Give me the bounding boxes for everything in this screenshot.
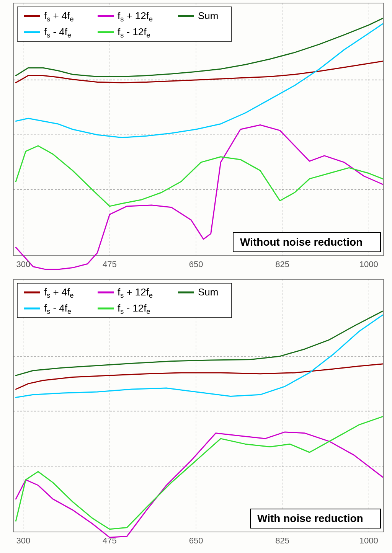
- annotation-text: With noise reduction: [257, 512, 363, 524]
- series-Sum: [16, 311, 382, 375]
- legend-item-2: Sum: [198, 10, 218, 21]
- x-tick-825: 825: [275, 259, 289, 269]
- x-tick-1000: 1000: [359, 536, 378, 545]
- x-tick-475: 475: [103, 259, 117, 269]
- x-tick-650: 650: [189, 259, 203, 269]
- x-tick-475: 475: [103, 536, 117, 545]
- chart-1: 40,000080,00003004756508251000Speed (rpm…: [0, 0, 384, 545]
- x-tick-300: 300: [16, 536, 30, 545]
- legend-item-2: Sum: [198, 286, 218, 298]
- series-f_s - 12f_e: [16, 146, 382, 206]
- chart-0: 40,000080,00003004756508251000Speed (rpm…: [0, 0, 384, 269]
- charts-container: 40,000080,00003004756508251000Speed (rpm…: [0, 0, 392, 553]
- x-tick-1000: 1000: [359, 259, 378, 269]
- x-tick-650: 650: [189, 536, 203, 545]
- annotation-text: Without noise reduction: [240, 236, 363, 248]
- x-tick-300: 300: [16, 259, 30, 269]
- chart-svg: 40,000080,00003004756508251000Speed (rpm…: [0, 0, 392, 553]
- legend: fs + 4fefs + 12feSumfs - 4fefs - 12fe: [17, 283, 232, 318]
- x-tick-825: 825: [275, 536, 289, 545]
- legend: fs + 4fefs + 12feSumfs - 4fefs - 12fe: [17, 7, 232, 41]
- series-f_s + 4f_e: [16, 61, 382, 83]
